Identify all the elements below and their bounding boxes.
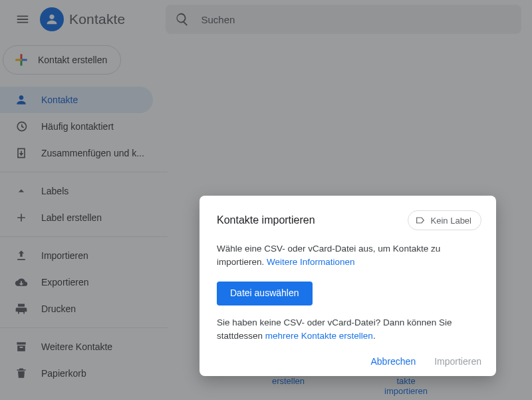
import-contacts-dialog: Kontakte importieren Kein Label Wähle ei… bbox=[200, 196, 496, 376]
more-info-link[interactable]: Weitere Informationen bbox=[267, 257, 355, 267]
label-outline-icon bbox=[415, 215, 426, 226]
dialog-import-button[interactable]: Importieren bbox=[434, 356, 481, 367]
period: . bbox=[373, 331, 376, 341]
dialog-title: Kontakte importieren bbox=[217, 214, 315, 226]
select-file-button[interactable]: Datei auswählen bbox=[217, 282, 313, 305]
create-many-contacts-link[interactable]: mehrere Kontakte erstellen bbox=[265, 331, 373, 341]
no-label-chip[interactable]: Kein Label bbox=[408, 210, 481, 230]
no-label-chip-text: Kein Label bbox=[431, 216, 471, 226]
dialog-cancel-button[interactable]: Abbrechen bbox=[370, 356, 416, 367]
